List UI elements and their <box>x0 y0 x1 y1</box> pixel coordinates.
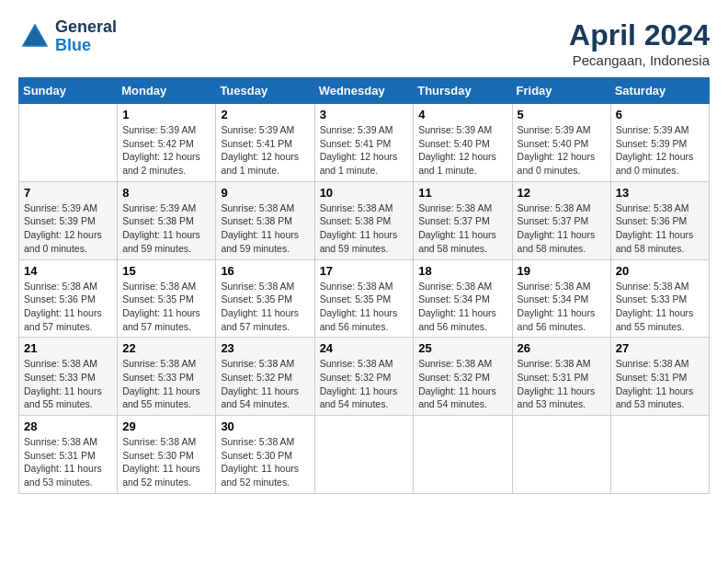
day-info: Sunrise: 5:38 AM Sunset: 5:35 PM Dayligh… <box>320 280 409 334</box>
day-number: 22 <box>122 341 210 355</box>
calendar-cell: 19Sunrise: 5:38 AM Sunset: 5:34 PM Dayli… <box>512 259 610 338</box>
month-year-title: April 2024 <box>569 18 710 52</box>
weekday-header-friday: Friday <box>512 78 610 104</box>
day-number: 10 <box>320 186 409 200</box>
calendar-table: SundayMondayTuesdayWednesdayThursdayFrid… <box>18 77 710 494</box>
weekday-header-saturday: Saturday <box>610 78 709 104</box>
day-number: 29 <box>122 419 210 433</box>
day-info: Sunrise: 5:38 AM Sunset: 5:31 PM Dayligh… <box>24 435 112 489</box>
calendar-cell: 20Sunrise: 5:38 AM Sunset: 5:33 PM Dayli… <box>610 259 709 338</box>
calendar-cell: 22Sunrise: 5:38 AM Sunset: 5:33 PM Dayli… <box>118 338 216 416</box>
calendar-cell: 26Sunrise: 5:38 AM Sunset: 5:31 PM Dayli… <box>512 338 610 416</box>
calendar-cell: 12Sunrise: 5:38 AM Sunset: 5:37 PM Dayli… <box>512 181 610 259</box>
day-number: 20 <box>616 264 704 278</box>
day-info: Sunrise: 5:38 AM Sunset: 5:33 PM Dayligh… <box>24 357 112 411</box>
logo-icon <box>18 20 51 53</box>
calendar-cell <box>512 416 610 494</box>
day-info: Sunrise: 5:38 AM Sunset: 5:34 PM Dayligh… <box>518 280 606 334</box>
day-number: 28 <box>24 419 112 433</box>
calendar-week-row: 1Sunrise: 5:39 AM Sunset: 5:42 PM Daylig… <box>19 104 710 182</box>
day-number: 13 <box>616 186 704 200</box>
calendar-cell: 9Sunrise: 5:38 AM Sunset: 5:38 PM Daylig… <box>216 181 314 259</box>
day-info: Sunrise: 5:38 AM Sunset: 5:36 PM Dayligh… <box>24 280 112 334</box>
day-info: Sunrise: 5:39 AM Sunset: 5:39 PM Dayligh… <box>24 201 112 256</box>
day-number: 14 <box>24 264 112 278</box>
day-info: Sunrise: 5:38 AM Sunset: 5:31 PM Dayligh… <box>518 357 606 411</box>
day-info: Sunrise: 5:39 AM Sunset: 5:40 PM Dayligh… <box>518 123 606 178</box>
calendar-cell: 6Sunrise: 5:39 AM Sunset: 5:39 PM Daylig… <box>610 104 709 182</box>
day-number: 6 <box>616 108 704 121</box>
day-info: Sunrise: 5:38 AM Sunset: 5:34 PM Dayligh… <box>418 280 506 334</box>
calendar-cell: 13Sunrise: 5:38 AM Sunset: 5:36 PM Dayli… <box>610 181 709 259</box>
weekday-header-thursday: Thursday <box>414 78 512 104</box>
day-number: 21 <box>24 341 112 355</box>
calendar-cell <box>414 416 512 494</box>
day-number: 15 <box>122 264 210 278</box>
weekday-header-monday: Monday <box>118 78 216 104</box>
calendar-cell: 8Sunrise: 5:39 AM Sunset: 5:38 PM Daylig… <box>118 181 216 259</box>
calendar-cell <box>314 416 414 494</box>
day-info: Sunrise: 5:39 AM Sunset: 5:41 PM Dayligh… <box>221 123 309 178</box>
calendar-week-row: 7Sunrise: 5:39 AM Sunset: 5:39 PM Daylig… <box>19 181 710 259</box>
day-number: 4 <box>418 108 506 121</box>
calendar-cell: 5Sunrise: 5:39 AM Sunset: 5:40 PM Daylig… <box>512 104 610 182</box>
calendar-cell: 2Sunrise: 5:39 AM Sunset: 5:41 PM Daylig… <box>216 104 314 182</box>
calendar-week-row: 21Sunrise: 5:38 AM Sunset: 5:33 PM Dayli… <box>19 338 710 416</box>
day-info: Sunrise: 5:38 AM Sunset: 5:31 PM Dayligh… <box>616 357 704 411</box>
calendar-cell: 16Sunrise: 5:38 AM Sunset: 5:35 PM Dayli… <box>216 259 314 338</box>
day-number: 2 <box>221 108 309 121</box>
calendar-week-row: 14Sunrise: 5:38 AM Sunset: 5:36 PM Dayli… <box>19 259 710 338</box>
day-info: Sunrise: 5:39 AM Sunset: 5:38 PM Dayligh… <box>122 201 210 256</box>
day-info: Sunrise: 5:38 AM Sunset: 5:33 PM Dayligh… <box>616 280 704 334</box>
day-info: Sunrise: 5:38 AM Sunset: 5:33 PM Dayligh… <box>122 357 210 411</box>
day-info: Sunrise: 5:39 AM Sunset: 5:42 PM Dayligh… <box>122 123 210 178</box>
calendar-cell: 17Sunrise: 5:38 AM Sunset: 5:35 PM Dayli… <box>314 259 414 338</box>
day-number: 26 <box>518 341 606 355</box>
weekday-header-wednesday: Wednesday <box>314 78 414 104</box>
day-info: Sunrise: 5:38 AM Sunset: 5:30 PM Dayligh… <box>221 435 309 489</box>
calendar-cell <box>19 104 118 182</box>
day-info: Sunrise: 5:38 AM Sunset: 5:38 PM Dayligh… <box>221 201 309 256</box>
calendar-cell: 3Sunrise: 5:39 AM Sunset: 5:41 PM Daylig… <box>314 104 414 182</box>
day-info: Sunrise: 5:38 AM Sunset: 5:30 PM Dayligh… <box>122 435 210 489</box>
day-number: 18 <box>418 264 506 278</box>
day-number: 9 <box>221 186 309 200</box>
day-info: Sunrise: 5:38 AM Sunset: 5:35 PM Dayligh… <box>122 280 210 334</box>
day-info: Sunrise: 5:38 AM Sunset: 5:32 PM Dayligh… <box>221 357 309 411</box>
location-subtitle: Pecangaan, Indonesia <box>569 52 710 68</box>
calendar-cell: 4Sunrise: 5:39 AM Sunset: 5:40 PM Daylig… <box>414 104 512 182</box>
day-info: Sunrise: 5:39 AM Sunset: 5:41 PM Dayligh… <box>320 123 409 178</box>
day-number: 16 <box>221 264 309 278</box>
day-number: 12 <box>518 186 606 200</box>
logo: General Blue <box>18 18 117 55</box>
day-number: 24 <box>320 341 409 355</box>
day-info: Sunrise: 5:38 AM Sunset: 5:32 PM Dayligh… <box>418 357 506 411</box>
calendar-cell: 14Sunrise: 5:38 AM Sunset: 5:36 PM Dayli… <box>19 259 118 338</box>
day-info: Sunrise: 5:39 AM Sunset: 5:39 PM Dayligh… <box>616 123 704 178</box>
calendar-cell: 29Sunrise: 5:38 AM Sunset: 5:30 PM Dayli… <box>118 416 216 494</box>
calendar-cell: 11Sunrise: 5:38 AM Sunset: 5:37 PM Dayli… <box>414 181 512 259</box>
day-number: 3 <box>320 108 409 121</box>
page-header: General Blue April 2024 Pecangaan, Indon… <box>18 18 710 68</box>
calendar-cell: 18Sunrise: 5:38 AM Sunset: 5:34 PM Dayli… <box>414 259 512 338</box>
day-number: 17 <box>320 264 409 278</box>
day-number: 8 <box>122 186 210 200</box>
calendar-cell: 24Sunrise: 5:38 AM Sunset: 5:32 PM Dayli… <box>314 338 414 416</box>
svg-marker-1 <box>23 27 46 45</box>
day-number: 25 <box>418 341 506 355</box>
calendar-cell: 28Sunrise: 5:38 AM Sunset: 5:31 PM Dayli… <box>19 416 118 494</box>
calendar-cell: 27Sunrise: 5:38 AM Sunset: 5:31 PM Dayli… <box>610 338 709 416</box>
calendar-week-row: 28Sunrise: 5:38 AM Sunset: 5:31 PM Dayli… <box>19 416 710 494</box>
day-info: Sunrise: 5:38 AM Sunset: 5:37 PM Dayligh… <box>418 201 506 256</box>
day-number: 7 <box>24 186 112 200</box>
day-info: Sunrise: 5:38 AM Sunset: 5:32 PM Dayligh… <box>320 357 409 411</box>
day-info: Sunrise: 5:38 AM Sunset: 5:35 PM Dayligh… <box>221 280 309 334</box>
calendar-cell: 10Sunrise: 5:38 AM Sunset: 5:38 PM Dayli… <box>314 181 414 259</box>
day-number: 5 <box>518 108 606 121</box>
day-info: Sunrise: 5:39 AM Sunset: 5:40 PM Dayligh… <box>418 123 506 178</box>
logo-text: General Blue <box>55 18 117 55</box>
calendar-cell: 30Sunrise: 5:38 AM Sunset: 5:30 PM Dayli… <box>216 416 314 494</box>
title-block: April 2024 Pecangaan, Indonesia <box>569 18 710 68</box>
weekday-header-tuesday: Tuesday <box>216 78 314 104</box>
day-number: 11 <box>418 186 506 200</box>
